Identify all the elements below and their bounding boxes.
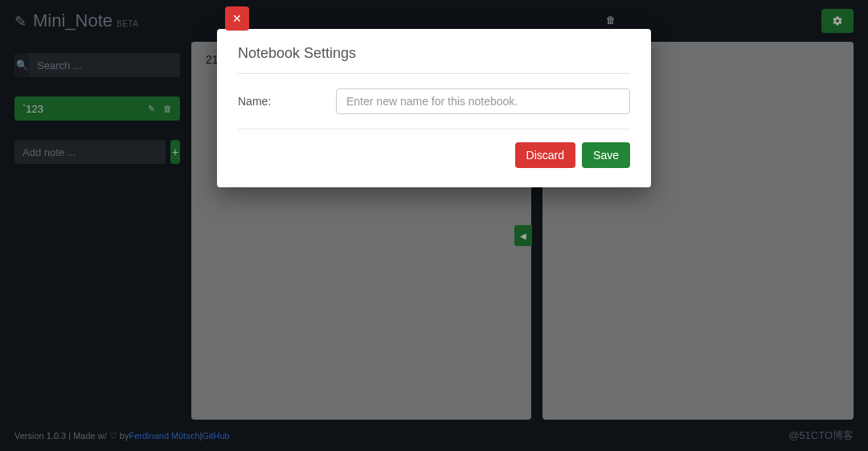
name-label: Name:	[238, 95, 336, 108]
delete-notebook-button[interactable]: 🗑	[606, 14, 616, 26]
discard-button[interactable]: Discard	[515, 142, 575, 168]
modal-header-strip: ✕ 🗑	[217, 11, 651, 29]
modal-body: Notebook Settings Name: Discard Save	[217, 29, 651, 187]
save-button[interactable]: Save	[582, 142, 630, 168]
notebook-settings-modal: ✕ 🗑 Notebook Settings Name: Discard Save	[217, 11, 651, 187]
close-button[interactable]: ✕	[225, 6, 249, 31]
modal-name-row: Name:	[238, 74, 630, 129]
notebook-name-input[interactable]	[336, 88, 630, 114]
close-icon: ✕	[232, 12, 242, 25]
modal-title: Notebook Settings	[238, 45, 630, 74]
modal-actions: Discard Save	[238, 129, 630, 168]
